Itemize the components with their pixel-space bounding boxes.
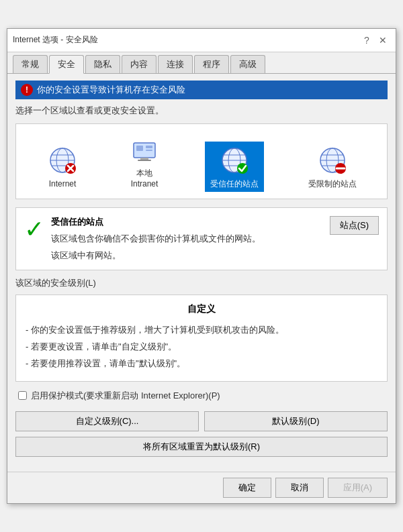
trusted-top: ✓ 受信任的站点 该区域包含你确信不会损害你的计算机或文件的网站。 该区域中有网… (24, 216, 379, 262)
warning-icon: ! (21, 84, 33, 96)
content-area: ! 你的安全设置导致计算机存在安全风险 选择一个区域以查看或更改安全设置。 (7, 74, 396, 472)
cancel-button[interactable]: 取消 (275, 478, 324, 498)
custom-item-2: - 若要使用推荐设置，请单击"默认级别"。 (26, 356, 377, 371)
zone-intranet[interactable]: 本地 Intranet (123, 131, 166, 192)
help-button[interactable]: ? (359, 33, 374, 48)
warning-text: 你的安全设置导致计算机存在安全风险 (37, 84, 185, 96)
window-title: Internet 选项 - 安全风险 (13, 34, 98, 46)
intranet-icon (128, 134, 161, 166)
title-bar-buttons: ? ✕ (359, 33, 390, 48)
title-bar-left: Internet 选项 - 安全风险 (13, 34, 98, 46)
custom-item-0: - 你的安全设置低于推荐级别，增大了计算机受到联机攻击的风险。 (26, 322, 377, 337)
trusted-icon (218, 144, 251, 176)
svg-rect-12 (140, 158, 148, 160)
tab-content[interactable]: 内容 (122, 55, 156, 73)
sites-button[interactable]: 站点(S) (330, 216, 379, 235)
zone-subtitle: 选择一个区域以查看或更改安全设置。 (15, 105, 388, 117)
svg-rect-10 (146, 146, 152, 148)
tab-security[interactable]: 安全 (49, 55, 84, 74)
tab-connection[interactable]: 连接 (158, 55, 193, 73)
tab-general[interactable]: 常规 (13, 55, 48, 73)
restricted-icon (316, 144, 349, 176)
zones-container: Internet 本地 Intranet (15, 123, 388, 199)
custom-item-2-text: - 若要使用推荐设置，请单击"默认级别"。 (26, 356, 185, 371)
zone-restricted[interactable]: 受限制的站点 (303, 142, 362, 193)
protection-mode-checkbox[interactable] (18, 391, 27, 400)
trusted-checkmark: ✓ (24, 217, 44, 242)
level-buttons-row: 自定义级别(C)... 默认级别(D) (15, 411, 388, 431)
tab-advanced[interactable]: 高级 (230, 55, 265, 73)
custom-item-1: - 若要更改设置，请单击"自定义级别"。 (26, 339, 377, 354)
custom-level-box: 自定义 - 你的安全设置低于推荐级别，增大了计算机受到联机攻击的风险。 - 若要… (15, 295, 388, 382)
apply-button[interactable]: 应用(A) (328, 478, 388, 498)
close-button[interactable]: ✕ (375, 33, 390, 48)
title-bar: Internet 选项 - 安全风险 ? ✕ (7, 29, 396, 52)
protection-mode-label: 启用保护模式(要求重新启动 Internet Explorer)(P) (31, 390, 220, 402)
tabs-bar: 常规 安全 隐私 内容 连接 程序 高级 (7, 52, 396, 74)
trusted-label: 受信任的站点 (210, 179, 259, 190)
trusted-section: 站点(S) ✓ 受信任的站点 该区域包含你确信不会损害你的计算机或文件的网站。 … (15, 207, 388, 270)
main-window: Internet 选项 - 安全风险 ? ✕ 常规 安全 隐私 内容 连接 程序… (7, 28, 396, 504)
reset-all-button[interactable]: 将所有区域重置为默认级别(R) (15, 437, 388, 457)
internet-icon (46, 144, 79, 176)
svg-rect-9 (136, 146, 143, 151)
protection-mode-row: 启用保护模式(要求重新启动 Internet Explorer)(P) (15, 390, 388, 402)
custom-item-0-text: - 你的安全设置低于推荐级别，增大了计算机受到联机攻击的风险。 (26, 322, 284, 337)
svg-rect-13 (138, 160, 151, 161)
zone-internet[interactable]: Internet (41, 142, 84, 193)
restricted-label: 受限制的站点 (308, 179, 357, 190)
ok-button[interactable]: 确定 (223, 478, 271, 498)
security-level-label: 该区域的安全级别(L) (15, 277, 388, 289)
custom-item-1-text: - 若要更改设置，请单击"自定义级别"。 (26, 339, 177, 354)
custom-level-button[interactable]: 自定义级别(C)... (15, 411, 199, 431)
custom-items: - 你的安全设置低于推荐级别，增大了计算机受到联机攻击的风险。 - 若要更改设置… (26, 322, 377, 372)
trusted-count: 该区域中有网站。 (51, 250, 379, 262)
zone-trusted[interactable]: 受信任的站点 (205, 142, 264, 193)
default-level-button[interactable]: 默认级别(D) (204, 411, 388, 431)
warning-banner: ! 你的安全设置导致计算机存在安全风险 (15, 81, 388, 99)
tab-privacy[interactable]: 隐私 (85, 55, 120, 73)
internet-label: Internet (49, 179, 77, 190)
intranet-label: 本地 Intranet (131, 168, 159, 189)
svg-rect-11 (146, 150, 152, 151)
tab-programs[interactable]: 程序 (194, 55, 229, 73)
bottom-bar: 确定 取消 应用(A) (7, 472, 396, 503)
custom-title: 自定义 (26, 303, 377, 315)
